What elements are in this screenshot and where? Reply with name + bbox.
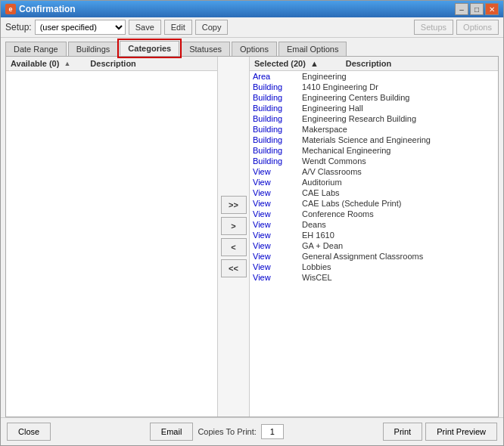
item-type: View	[253, 262, 302, 271]
footer-right: Print Print Preview	[383, 423, 497, 441]
content-area: Available (0) ▲ Description >> > < << Se…	[5, 56, 499, 417]
selected-desc-label: Description	[346, 59, 392, 68]
setup-dropdown[interactable]: (user specified)	[35, 20, 126, 35]
list-item[interactable]: ViewDeans	[250, 219, 498, 230]
list-item[interactable]: Building1410 Engineering Dr	[250, 82, 498, 92]
selected-panel-header: Selected (20) ▲ Description	[250, 57, 498, 71]
item-type: Building	[253, 146, 302, 155]
move-right-button[interactable]: >	[221, 217, 247, 235]
list-item[interactable]: BuildingMechanical Engineering	[250, 145, 498, 156]
window-title: Confirmation	[19, 4, 76, 14]
available-list	[6, 71, 217, 417]
item-description: Engineering Centers Building	[302, 93, 495, 102]
item-type: View	[253, 273, 302, 282]
item-description: Lobbies	[302, 262, 495, 271]
list-item[interactable]: AreaEngineering	[250, 71, 498, 82]
footer-center: Email Copies To Print:	[150, 423, 284, 441]
tab-buildings[interactable]: Buildings	[68, 42, 119, 56]
title-controls: – □ ✕	[455, 3, 499, 15]
footer-left: Close	[7, 423, 51, 441]
tab-options[interactable]: Options	[232, 42, 277, 56]
move-left-button[interactable]: <	[221, 238, 247, 256]
available-panel: Available (0) ▲ Description	[6, 57, 218, 417]
item-description: Deans	[302, 220, 495, 229]
transfer-buttons: >> > < <<	[218, 57, 250, 417]
copies-label: Copies To Print:	[198, 427, 256, 436]
item-description: Materials Science and Engineering	[302, 135, 495, 144]
list-item[interactable]: ViewA/V Classrooms	[250, 166, 498, 177]
save-button[interactable]: Save	[129, 20, 161, 35]
list-item[interactable]: BuildingMaterials Science and Engineerin…	[250, 135, 498, 145]
main-window: e Confirmation – □ ✕ Setup: (user specif…	[0, 0, 504, 446]
item-type: Building	[253, 156, 302, 166]
available-label: Available (0)	[11, 59, 59, 68]
tab-categories[interactable]: Categories	[120, 41, 179, 56]
item-description: General Assignment Classrooms	[302, 252, 495, 261]
item-type: View	[253, 178, 302, 187]
edit-button[interactable]: Edit	[164, 20, 192, 35]
item-description: Makerspace	[302, 125, 495, 134]
options-button[interactable]: Options	[456, 20, 499, 35]
item-type: Building	[253, 125, 302, 134]
item-description: Mechanical Engineering	[302, 146, 495, 155]
menu-bar: Setup: (user specified) Save Edit Copy S…	[1, 17, 503, 38]
list-item[interactable]: BuildingMakerspace	[250, 124, 498, 135]
item-description: Auditorium	[302, 178, 495, 187]
item-type: View	[253, 241, 302, 250]
list-item[interactable]: ViewGA + Dean	[250, 240, 498, 251]
list-item[interactable]: BuildingEngineering Hall	[250, 103, 498, 113]
print-preview-button[interactable]: Print Preview	[425, 423, 497, 441]
item-type: View	[253, 209, 302, 218]
item-description: Engineering	[302, 72, 495, 81]
available-panel-header: Available (0) ▲ Description	[6, 57, 217, 71]
minimize-button[interactable]: –	[455, 3, 468, 15]
item-description: Engineering Hall	[302, 104, 495, 113]
item-description: Wendt Commons	[302, 156, 495, 166]
selected-list: AreaEngineeringBuilding1410 Engineering …	[250, 71, 498, 417]
item-type: Building	[253, 114, 302, 123]
list-item[interactable]: ViewAuditorium	[250, 177, 498, 187]
move-all-right-button[interactable]: >>	[221, 196, 247, 214]
tab-date-range[interactable]: Date Range	[5, 42, 67, 56]
close-window-button[interactable]: ✕	[485, 3, 499, 15]
tab-email-options[interactable]: Email Options	[278, 42, 347, 56]
sort-icon: ▲	[64, 60, 70, 67]
setups-button[interactable]: Setups	[414, 20, 453, 35]
list-item[interactable]: ViewWisCEL	[250, 272, 498, 283]
list-item[interactable]: ViewEH 1610	[250, 230, 498, 240]
item-type: Building	[253, 82, 302, 91]
move-all-left-button[interactable]: <<	[221, 259, 247, 277]
list-item[interactable]: BuildingEngineering Research Building	[250, 113, 498, 124]
item-description: 1410 Engineering Dr	[302, 82, 495, 91]
close-button[interactable]: Close	[7, 423, 51, 441]
list-item[interactable]: ViewCAE Labs (Schedule Print)	[250, 198, 498, 209]
list-item[interactable]: BuildingEngineering Centers Building	[250, 92, 498, 103]
list-item[interactable]: ViewGeneral Assignment Classrooms	[250, 251, 498, 262]
list-item[interactable]: ViewCAE Labs	[250, 187, 498, 198]
item-type: View	[253, 188, 302, 197]
email-button[interactable]: Email	[150, 423, 194, 441]
item-type: Area	[253, 72, 302, 81]
selected-panel: Selected (20) ▲ Description AreaEngineer…	[250, 57, 498, 417]
title-bar: e Confirmation – □ ✕	[1, 1, 503, 17]
item-type: Building	[253, 135, 302, 144]
tab-statuses[interactable]: Statuses	[181, 42, 230, 56]
setup-label: Setup:	[5, 22, 32, 33]
maximize-button[interactable]: □	[470, 3, 484, 15]
item-type: View	[253, 220, 302, 229]
list-item[interactable]: ViewConference Rooms	[250, 209, 498, 219]
copies-input[interactable]	[261, 424, 284, 439]
item-description: A/V Classrooms	[302, 167, 495, 176]
selected-label: Selected (20)	[254, 59, 306, 68]
available-desc-label: Description	[90, 59, 136, 68]
footer-bar: Close Email Copies To Print: Print Print…	[1, 417, 503, 445]
copy-button[interactable]: Copy	[195, 20, 229, 35]
item-description: Engineering Research Building	[302, 114, 495, 123]
item-description: CAE Labs (Schedule Print)	[302, 199, 495, 208]
app-icon: e	[5, 4, 16, 14]
list-item[interactable]: BuildingWendt Commons	[250, 156, 498, 166]
item-description: Conference Rooms	[302, 209, 495, 218]
item-type: View	[253, 167, 302, 176]
list-item[interactable]: ViewLobbies	[250, 262, 498, 272]
print-button[interactable]: Print	[383, 423, 423, 441]
